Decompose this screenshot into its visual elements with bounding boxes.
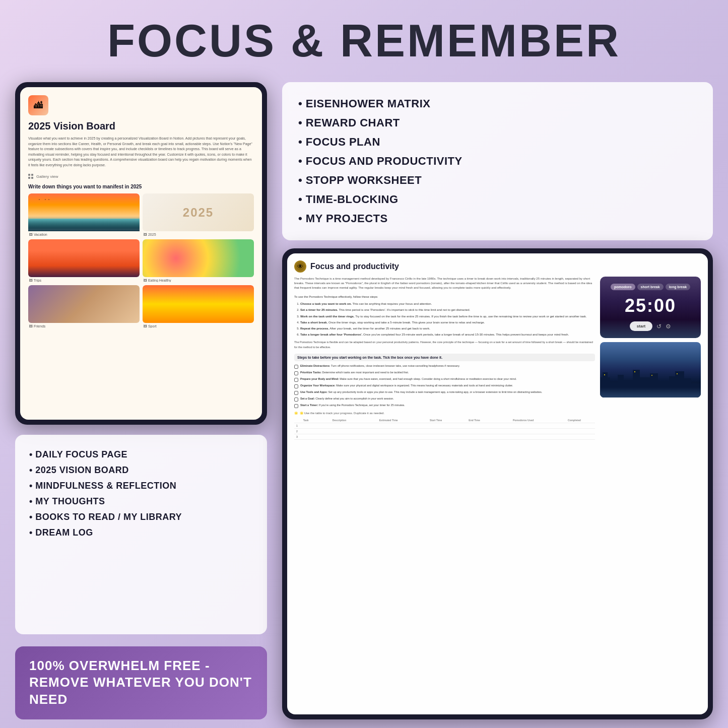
sport-label: 🖼 Sport bbox=[143, 324, 254, 328]
svg-rect-20 bbox=[677, 373, 678, 374]
right-tablet: 👁 Focus and productivity The Pomodoro Te… bbox=[282, 248, 713, 719]
timer-controls: start ↺ ⚙ bbox=[606, 321, 695, 331]
checkbox[interactable] bbox=[294, 365, 298, 369]
timer-display: 25:00 bbox=[606, 295, 695, 316]
list-item: STOPP WORKSHEET bbox=[298, 171, 697, 190]
table-header: End Time bbox=[456, 418, 493, 423]
list-item: Prepare your Body and Mind: Make sure th… bbox=[294, 377, 595, 382]
list-item: REWARD CHART bbox=[298, 113, 697, 133]
building-icon: 🏙 bbox=[34, 100, 43, 111]
sport-image bbox=[143, 285, 254, 323]
row-desc bbox=[317, 434, 361, 440]
checkbox[interactable] bbox=[294, 378, 298, 382]
checkbox[interactable] bbox=[294, 391, 298, 395]
vision-board-title: 2025 Vision Board bbox=[28, 120, 254, 132]
steps-intro: To use the Pomodoro Technique effectivel… bbox=[294, 294, 595, 299]
progress-table: Task Description Estimated Time Start Ti… bbox=[294, 418, 595, 440]
svg-rect-18 bbox=[634, 371, 635, 372]
table-header: Task bbox=[294, 418, 317, 423]
focus-right-column: pomodoro short break long break 25:00 st… bbox=[600, 277, 701, 707]
2025-label: 🖼 2025 bbox=[143, 233, 254, 236]
focus-steps: To use the Pomodoro Technique effectivel… bbox=[294, 294, 595, 350]
row-pomo bbox=[493, 434, 554, 440]
checkbox[interactable] bbox=[294, 398, 298, 402]
city-image bbox=[600, 342, 701, 398]
left-bullet-list: DAILY FOCUS PAGE 2025 VISION BOARD MINDF… bbox=[29, 447, 253, 541]
eating-image bbox=[143, 239, 254, 277]
row-est bbox=[361, 434, 416, 440]
focus-description: The Pomodoro Technique is a time managem… bbox=[294, 277, 595, 290]
table-row: 2 bbox=[294, 429, 595, 434]
focus-header: 👁 Focus and productivity bbox=[294, 260, 701, 273]
row-pomo bbox=[493, 429, 554, 434]
row-start bbox=[416, 423, 456, 429]
gallery-icon bbox=[28, 174, 33, 179]
svg-rect-19 bbox=[651, 375, 652, 376]
page-icon: 🖼 bbox=[29, 324, 34, 328]
manifest-heading: Write down things you want to manifest i… bbox=[28, 184, 254, 189]
start-button[interactable]: start bbox=[630, 321, 652, 331]
checkbox[interactable] bbox=[294, 371, 298, 375]
svg-rect-3 bbox=[31, 177, 33, 179]
table-note: 🌟 🌟 Use the table to track your progress… bbox=[294, 411, 595, 415]
checkbox[interactable] bbox=[294, 384, 298, 388]
steps-list: Choose a task you want to work on. This … bbox=[294, 301, 595, 337]
checklist-text: Prepare your Body and Mind: Make sure th… bbox=[300, 377, 516, 381]
list-item: Repeat the process. After your break, se… bbox=[300, 326, 595, 331]
birds-decoration: ˄ ˄˄ bbox=[38, 198, 51, 203]
list-item: MY THOUGHTS bbox=[29, 494, 253, 509]
timer-tabs: pomodoro short break long break bbox=[606, 284, 695, 290]
table-header: Completed bbox=[554, 418, 595, 423]
gallery-view-label: Gallery view bbox=[28, 174, 254, 179]
page-icon: 🖼 bbox=[29, 279, 34, 282]
row-start bbox=[416, 434, 456, 440]
checklist-text: Use Tools and Apps: Set up any productiv… bbox=[300, 390, 542, 394]
list-item: MY PROJECTS bbox=[298, 209, 697, 228]
row-num: 2 bbox=[294, 429, 317, 434]
right-bullet-list-box: EISENHOWER MATRIX REWARD CHART FOCUS PLA… bbox=[282, 82, 713, 240]
tab-short-break[interactable]: short break bbox=[637, 284, 664, 290]
row-num: 3 bbox=[294, 434, 317, 440]
list-item: Set a timer for 25 minutes. This time pe… bbox=[300, 307, 595, 312]
right-bullet-list: EISENHOWER MATRIX REWARD CHART FOCUS PLA… bbox=[298, 94, 697, 228]
banner-text: 100% OVERWHELM FREE - REMOVE WHATEVER YO… bbox=[29, 657, 253, 708]
row-end bbox=[456, 423, 493, 429]
svg-rect-1 bbox=[31, 174, 33, 176]
focus-text-column: The Pomodoro Technique is a time managem… bbox=[294, 277, 595, 707]
2025-image: 2025 bbox=[143, 193, 254, 231]
list-item: DAILY FOCUS PAGE bbox=[29, 447, 253, 462]
list-item: 🖼 Sport bbox=[143, 285, 254, 328]
tab-pomodoro[interactable]: pomodoro bbox=[611, 284, 635, 290]
water-reflection bbox=[600, 387, 701, 398]
timer-widget: pomodoro short break long break 25:00 st… bbox=[600, 277, 701, 338]
row-start bbox=[416, 429, 456, 434]
tablet-icon: 🏙 bbox=[28, 95, 48, 115]
reset-icon[interactable]: ↺ bbox=[656, 323, 661, 330]
checklist: Eliminate Distractions: Turn off phone n… bbox=[294, 364, 595, 408]
table-header: Estimated Time bbox=[361, 418, 416, 423]
bottom-banner: 100% OVERWHELM FREE - REMOVE WHATEVER YO… bbox=[15, 646, 267, 719]
svg-rect-2 bbox=[28, 177, 30, 179]
steps-section: Steps to take before you start working o… bbox=[294, 354, 595, 440]
list-item: 🖼 Eating Healthy bbox=[143, 239, 254, 282]
eating-label: 🖼 Eating Healthy bbox=[143, 279, 254, 282]
list-item: Take a short break. Once the timer rings… bbox=[300, 320, 595, 325]
list-item: TIME-BLOCKING bbox=[298, 190, 697, 209]
vacation-label: 🖼 Vacation bbox=[28, 233, 140, 236]
settings-icon[interactable]: ⚙ bbox=[666, 323, 671, 330]
row-num: 1 bbox=[294, 423, 317, 429]
tab-long-break[interactable]: long break bbox=[666, 284, 690, 290]
list-item: Start a Timer: If you're using the Pomod… bbox=[294, 404, 595, 408]
row-done bbox=[554, 423, 595, 429]
row-desc bbox=[317, 423, 361, 429]
page-title: FOCUS & REMEMBER bbox=[0, 0, 728, 77]
checklist-text: Organize Your Workspace: Make sure your … bbox=[300, 384, 513, 388]
row-done bbox=[554, 434, 595, 440]
page-icon: 🖼 bbox=[144, 324, 148, 328]
left-tablet: 🏙 2025 Vision Board Visualize what you w… bbox=[15, 82, 267, 425]
checkbox[interactable] bbox=[294, 404, 298, 408]
list-item: ˄ ˄˄ 🖼 Vacation bbox=[28, 193, 140, 236]
year-text: 2025 bbox=[183, 206, 214, 220]
list-item: Choose a task you want to work on. This … bbox=[300, 301, 595, 306]
table-header: Pomodoros Used bbox=[493, 418, 554, 423]
